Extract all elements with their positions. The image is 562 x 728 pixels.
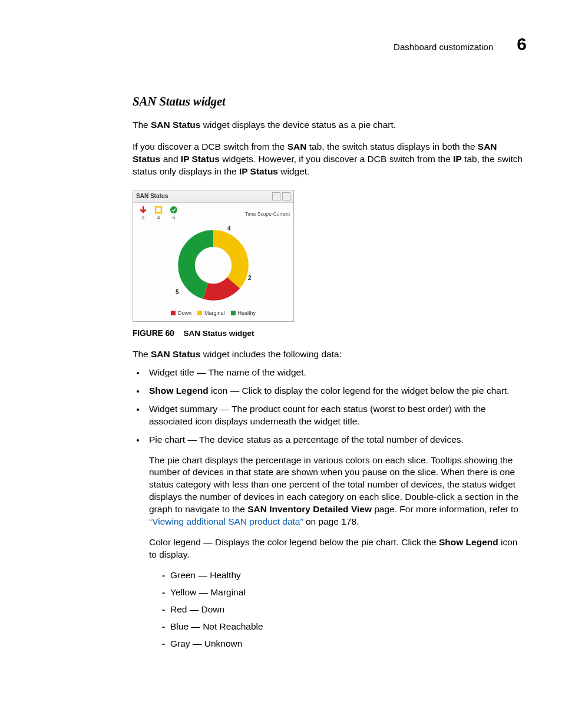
text: on page 178. <box>303 516 359 526</box>
list-item-subparagraph: The pie chart displays the percentage in… <box>149 454 527 529</box>
list-item: Widget title — The name of the widget. <box>146 367 527 379</box>
bold-text: Show Legend <box>149 386 209 396</box>
bold-text: SAN <box>287 141 307 151</box>
summary-down-count: 2 <box>141 214 144 221</box>
down-arrow-icon <box>139 206 147 214</box>
bold-text: SAN Status <box>151 120 200 130</box>
list-item: Gray — Unknown <box>162 638 527 650</box>
text: If you discover a DCB switch from the <box>133 141 287 151</box>
legend-swatch-down <box>171 311 176 315</box>
link-viewing-san-data[interactable]: “Viewing additional SAN product data” <box>149 516 303 526</box>
text: icon — Click to display the color legend… <box>209 386 510 396</box>
summary-healthy-count: 5 <box>172 214 175 221</box>
figure-caption-text: SAN Status widget <box>183 329 254 338</box>
legend-swatch-healthy <box>231 311 236 315</box>
list-item: Red — Down <box>162 604 527 616</box>
legend-down-label: Down <box>178 309 191 317</box>
svg-rect-0 <box>156 207 161 213</box>
figure-caption: FIGURE 60 SAN Status widget <box>133 328 527 339</box>
list-item-subparagraph: Color legend — Displays the color legend… <box>149 536 527 561</box>
dash-list: Green — Healthy Yellow — Marginal Red — … <box>149 569 527 650</box>
marginal-square-icon <box>154 206 163 214</box>
legend-marginal-label: Marginal <box>204 309 225 317</box>
list-item: Pie chart — The device status as a perce… <box>146 434 527 650</box>
header-text: Dashboard customization <box>394 41 493 53</box>
paragraph-dcb: If you discover a DCB switch from the SA… <box>133 141 527 178</box>
slice-label-down: 2 <box>248 274 252 282</box>
text: Pie chart — The device status as a perce… <box>149 434 464 444</box>
paragraph-includes: The SAN Status widget includes the follo… <box>133 348 527 361</box>
text: tab, the switch status displays in both … <box>306 141 477 151</box>
slice-label-marginal: 4 <box>227 225 231 233</box>
titlebar-icon[interactable] <box>282 192 290 200</box>
list-item: Widget summary — The product count for e… <box>146 403 527 428</box>
widget-legend: Down Marginal Healthy <box>133 309 293 321</box>
widget-titlebar: SAN Status <box>133 190 293 203</box>
text: widget includes the following data: <box>200 349 342 359</box>
time-scope-label: Time Scope-Current <box>245 211 290 218</box>
chapter-number: 6 <box>517 32 527 57</box>
healthy-check-icon <box>170 206 178 214</box>
list-item: Green — Healthy <box>162 569 527 582</box>
text: The <box>133 349 151 359</box>
text: Widget title — The name of the widget. <box>149 367 306 377</box>
figure-caption-label: FIGURE 60 <box>133 328 174 338</box>
bold-text: IP Status <box>181 154 220 164</box>
text: widget displays the device status as a p… <box>200 120 396 130</box>
bold-text: IP <box>453 154 462 164</box>
text: widgets. However, if you discover a DCB … <box>220 154 453 164</box>
show-legend-icon[interactable] <box>272 192 280 200</box>
text: Color legend — Displays the color legend… <box>149 537 439 547</box>
text: widget. <box>278 166 309 176</box>
widget-summary: 2 4 5 Time Scope-Current <box>133 203 293 221</box>
list-item: Show Legend icon — Click to display the … <box>146 385 527 397</box>
bullet-list: Widget title — The name of the widget. S… <box>133 367 527 650</box>
list-item: Yellow — Marginal <box>162 587 527 599</box>
section-title: SAN Status widget <box>133 93 527 110</box>
slice-label-healthy: 5 <box>176 288 179 297</box>
summary-marginal-count: 4 <box>157 214 160 221</box>
figure-san-status-widget: SAN Status 2 4 5 Time Scope-Current <box>133 190 294 322</box>
text: and <box>160 154 180 164</box>
widget-title: SAN Status <box>136 192 168 200</box>
text: The <box>133 120 151 130</box>
paragraph-intro: The SAN Status widget displays the devic… <box>133 119 527 131</box>
bold-text: SAN Inventory Detailed View <box>247 504 372 514</box>
legend-healthy-label: Healthy <box>238 309 256 317</box>
pie-chart: 4 2 5 <box>133 221 293 309</box>
list-item: Blue — Not Reachable <box>162 621 527 633</box>
text: Widget summary — The product count for e… <box>149 404 486 426</box>
bold-text: SAN Status <box>151 349 200 359</box>
legend-swatch-marginal <box>197 311 202 315</box>
text: page. For more information, refer to <box>372 504 518 514</box>
bold-text: IP Status <box>239 166 278 176</box>
bold-text: Show Legend <box>439 537 498 547</box>
